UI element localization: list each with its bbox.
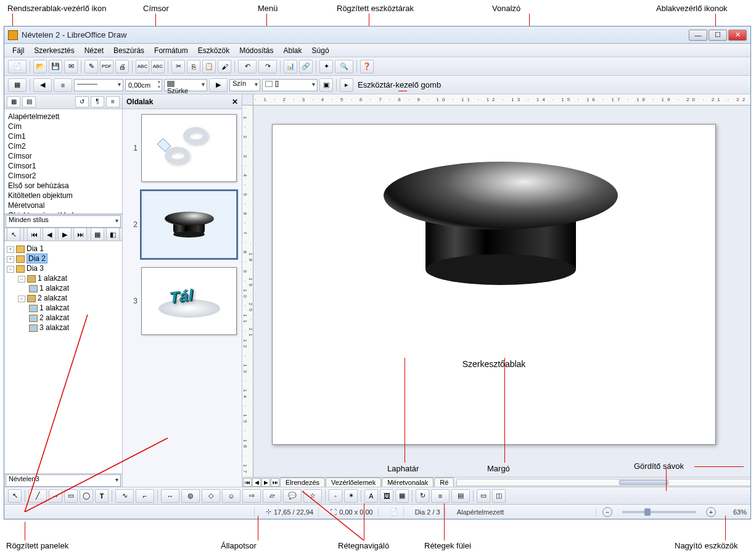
arrange-button[interactable]: ▦: [8, 78, 27, 92]
select-tool[interactable]: ↖: [8, 489, 22, 503]
cut-button[interactable]: ✂: [171, 60, 185, 73]
menu-window[interactable]: Ablak: [279, 45, 306, 56]
format-paintbrush-button[interactable]: 🖌: [218, 60, 231, 73]
nav-shape[interactable]: 1 alakzat: [39, 304, 69, 312]
tab-first-button[interactable]: ⏮: [243, 478, 252, 487]
align-button[interactable]: ≡: [431, 489, 450, 503]
new-doc-button[interactable]: 📄: [8, 60, 27, 73]
style-item[interactable]: Cím: [7, 122, 120, 131]
navigator-doc-select[interactable]: Névtelen3: [6, 474, 121, 487]
styles-list[interactable]: Alapértelmezett Cím Cím1 Cím2 Címsor Cím…: [4, 109, 122, 214]
nav-shapes-button[interactable]: ◧: [106, 228, 120, 241]
points-edit-button[interactable]: ◦: [329, 489, 342, 503]
print-button[interactable]: 🖨: [115, 60, 129, 73]
layer-tab-controls[interactable]: Vezérlőelemek: [326, 478, 381, 487]
help-button[interactable]: ❓: [360, 60, 374, 73]
nav-slide-2[interactable]: Dia 2: [27, 254, 47, 263]
style-item[interactable]: Címsor2: [7, 171, 120, 181]
pages-panel-close-icon[interactable]: ✕: [232, 97, 238, 106]
canvas-viewport[interactable]: Szerkesztőablak: [253, 105, 750, 477]
undo-button[interactable]: ↶: [238, 60, 257, 73]
style-filter-select[interactable]: Minden stílus: [6, 215, 121, 228]
nav-first-button[interactable]: ⏮: [27, 228, 41, 241]
line-tool[interactable]: ╱: [28, 489, 47, 503]
menu-format[interactable]: Formátum: [150, 45, 192, 56]
minimize-button[interactable]: —: [689, 30, 707, 41]
tab-prev-button[interactable]: ◀: [252, 478, 261, 487]
navigator-tree[interactable]: +Dia 1 +Dia 2 −Dia 3 −1 alakzat 1 alakza…: [4, 241, 122, 473]
curve-tool[interactable]: ∿: [115, 489, 134, 503]
rectangle-tool[interactable]: ▭: [64, 489, 78, 503]
style-item[interactable]: Címsor: [7, 151, 120, 161]
email-button[interactable]: ✉: [64, 60, 78, 73]
nav-last-button[interactable]: ⏭: [73, 228, 87, 241]
drawing-page[interactable]: Szerkesztőablak: [272, 124, 716, 445]
tab-next-button[interactable]: ▶: [261, 478, 270, 487]
gluepoints-button[interactable]: ✶: [344, 489, 358, 503]
3d-objects-tool[interactable]: ◍: [181, 489, 200, 503]
menu-modify[interactable]: Módosítás: [235, 45, 277, 56]
layer-tab-more[interactable]: Ré: [434, 478, 454, 487]
menu-edit[interactable]: Szerkesztés: [30, 45, 78, 56]
open-button[interactable]: 📂: [33, 60, 47, 73]
paste-button[interactable]: 📋: [202, 60, 216, 73]
app-icon[interactable]: [8, 30, 18, 40]
gallery-button[interactable]: ▦: [395, 489, 409, 503]
styles-graphics-tab[interactable]: ▦: [7, 96, 20, 107]
stars-tool[interactable]: ☆: [303, 489, 322, 503]
flowcharts-tool[interactable]: ▱: [263, 489, 281, 503]
style-item[interactable]: Cím2: [7, 141, 120, 151]
zoom-button[interactable]: 🔍: [335, 60, 353, 73]
new-style-button[interactable]: ¶: [91, 96, 104, 107]
export-pdf-button[interactable]: PDF: [100, 60, 113, 73]
rotate-button[interactable]: ↻: [416, 489, 429, 503]
layer-tab-layout[interactable]: Elrendezés: [280, 478, 325, 487]
drawing-object-disk[interactable]: [384, 162, 618, 285]
fill-color-select[interactable]: []: [262, 79, 318, 91]
edit-file-button[interactable]: ✎: [84, 60, 98, 73]
nav-shape[interactable]: 1 alakzat: [39, 284, 69, 292]
fill-format-mode-button[interactable]: ↺: [75, 96, 89, 107]
toolbar-handle-button[interactable]: ▸: [340, 78, 353, 92]
zoom-out-button[interactable]: −: [602, 507, 612, 517]
hyperlink-button[interactable]: 🔗: [299, 60, 313, 73]
status-layout[interactable]: Alapértelmezett: [452, 507, 596, 517]
connector-tool[interactable]: ⌐: [136, 489, 154, 503]
close-button[interactable]: ✕: [728, 30, 747, 41]
style-item[interactable]: Kitöltetlen objektum: [7, 191, 120, 201]
fill-type-select[interactable]: Szín: [229, 79, 260, 91]
symbol-shapes-tool[interactable]: ☺: [222, 489, 240, 503]
maximize-button[interactable]: ☐: [709, 30, 727, 41]
insert-slide-button[interactable]: ▭: [477, 489, 490, 503]
line-style-button[interactable]: ≡: [54, 78, 72, 92]
text-tool[interactable]: T: [95, 489, 109, 503]
fontwork-button[interactable]: A: [364, 489, 378, 503]
menu-insert[interactable]: Beszúrás: [109, 45, 149, 56]
style-item[interactable]: Cím1: [7, 131, 120, 141]
status-zoom-value[interactable]: 63%: [722, 508, 747, 516]
line-arrow-end-button[interactable]: ▶: [209, 78, 228, 92]
style-item[interactable]: Alapértelmezett: [7, 112, 120, 122]
redo-button[interactable]: ↷: [258, 60, 277, 73]
vertical-ruler[interactable]: · 1 · 2 · 3 · 4 · 5 · 6 · 7 · 8 · 9 · 10…: [242, 105, 253, 477]
layer-tab-dimlines[interactable]: Méretvonalak: [382, 478, 433, 487]
page-thumb-3[interactable]: Tál: [141, 267, 237, 335]
nav-slide-1[interactable]: Dia 1: [27, 244, 44, 253]
style-item[interactable]: Méretvonal: [7, 201, 120, 210]
page-thumb-2[interactable]: [141, 191, 237, 258]
nav-shape[interactable]: 3 alakzat: [39, 323, 69, 332]
nav-slide-3[interactable]: Dia 3: [27, 264, 44, 273]
zoom-slider[interactable]: [622, 511, 696, 513]
shadow-button[interactable]: ▣: [319, 78, 333, 92]
nav-drag-mode-button[interactable]: ▦: [91, 228, 104, 241]
basic-shapes-tool[interactable]: ◇: [202, 489, 220, 503]
horizontal-scrollbar[interactable]: [456, 479, 750, 486]
zoom-in-button[interactable]: +: [706, 507, 716, 517]
nav-shape-group[interactable]: 1 alakzat: [38, 274, 67, 283]
page-thumb-1[interactable]: [141, 114, 237, 182]
horizontal-ruler[interactable]: · 1 · 2 · 3 · 4 · 5 · 6 · 7 · 8 · 9 · 10…: [253, 94, 750, 105]
nav-prev-button[interactable]: ◀: [43, 228, 56, 241]
line-style-select[interactable]: ———: [74, 79, 123, 91]
menu-file[interactable]: Fájl: [8, 45, 28, 56]
ellipse-tool[interactable]: ◯: [80, 489, 93, 503]
